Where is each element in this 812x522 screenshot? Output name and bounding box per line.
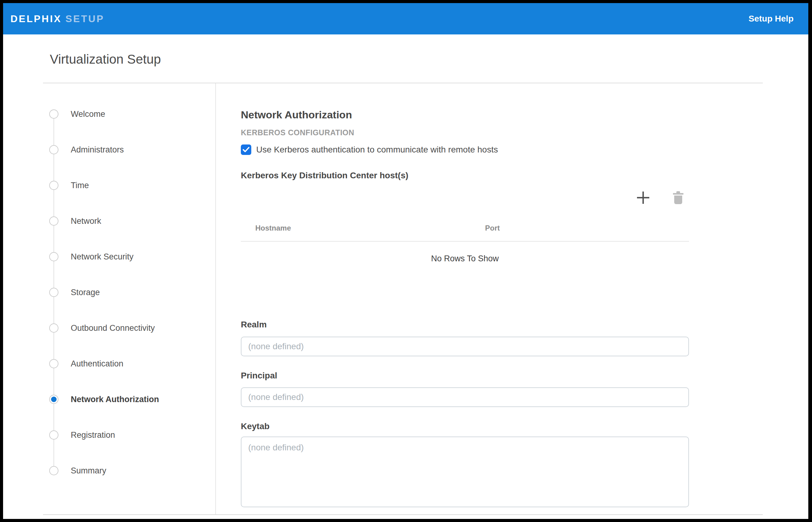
sidebar-item-label: Welcome — [71, 109, 105, 119]
top-bar: DELPHIXSETUP Setup Help — [3, 3, 808, 35]
sidebar-item-label: Network Security — [71, 252, 134, 262]
sidebar-item-label: Outbound Connectivity — [71, 323, 155, 333]
delete-kdc-host-button[interactable] — [673, 191, 684, 204]
step-circle-icon — [49, 216, 58, 226]
kdc-hosts-label: Kerberos Key Distribution Center host(s) — [241, 170, 689, 181]
step-circle-icon — [49, 430, 58, 440]
setup-help-link[interactable]: Setup Help — [749, 14, 794, 24]
step-circle-icon — [49, 145, 58, 154]
column-header-hostname: Hostname — [241, 224, 471, 233]
keytab-label: Keytab — [241, 421, 689, 431]
sidebar-item-label: Storage — [71, 288, 100, 297]
sidebar-item-time[interactable]: Time — [3, 167, 215, 203]
step-circle-active-icon — [49, 395, 58, 404]
step-circle-icon — [49, 181, 58, 190]
kdc-table-header: Hostname Port — [241, 205, 689, 242]
sidebar-item-outbound-connectivity[interactable]: Outbound Connectivity — [3, 310, 215, 346]
use-kerberos-checkbox-row: Use Kerberos authentication to communica… — [241, 144, 689, 155]
principal-label: Principal — [241, 370, 689, 381]
use-kerberos-checkbox[interactable] — [241, 144, 251, 155]
keytab-textarea[interactable] — [241, 437, 689, 507]
step-circle-icon — [49, 252, 58, 261]
sidebar-item-network-authorization[interactable]: Network Authorization — [3, 382, 215, 417]
wizard-sidebar: Welcome Administrators Time Network — [3, 83, 216, 514]
realm-input[interactable] — [241, 337, 689, 356]
step-circle-icon — [49, 466, 58, 475]
sidebar-item-label: Authentication — [71, 359, 123, 368]
wizard-steps: Welcome Administrators Time Network — [3, 83, 215, 488]
sidebar-item-authentication[interactable]: Authentication — [3, 346, 215, 382]
sidebar-item-label: Administrators — [71, 145, 124, 155]
principal-input[interactable] — [241, 387, 689, 407]
step-circle-icon — [49, 288, 58, 297]
setup-window: DELPHIXSETUP Setup Help Virtualization S… — [3, 3, 808, 519]
sidebar-item-label: Registration — [71, 430, 115, 440]
add-kdc-host-button[interactable] — [636, 190, 650, 205]
sidebar-item-label: Summary — [71, 466, 106, 476]
step-circle-icon — [49, 323, 58, 333]
kdc-grid-toolbar — [241, 190, 689, 205]
sidebar-item-network[interactable]: Network — [3, 203, 215, 239]
empty-table-message: No Rows To Show — [241, 255, 689, 263]
sidebar-item-label: Network Authorization — [71, 395, 159, 404]
step-circle-icon — [49, 109, 58, 119]
section-title: Network Authorization — [241, 108, 689, 121]
sidebar-item-network-security[interactable]: Network Security — [3, 239, 215, 275]
brand-secondary: SETUP — [65, 13, 104, 24]
sidebar-item-summary[interactable]: Summary — [3, 453, 215, 488]
plus-icon — [636, 190, 650, 205]
sidebar-item-registration[interactable]: Registration — [3, 417, 215, 453]
sidebar-item-label: Time — [71, 181, 89, 190]
column-header-port: Port — [471, 224, 689, 233]
delphix-setup-logo: DELPHIXSETUP — [11, 13, 104, 25]
sidebar-item-label: Network — [71, 216, 101, 226]
sidebar-item-welcome[interactable]: Welcome — [3, 96, 215, 132]
page-title: Virtualization Setup — [50, 52, 808, 67]
trash-icon — [673, 191, 684, 204]
screen-frame: DELPHIXSETUP Setup Help Virtualization S… — [0, 0, 812, 522]
realm-label: Realm — [241, 319, 689, 330]
step-circle-icon — [49, 359, 58, 368]
sidebar-item-storage[interactable]: Storage — [3, 275, 215, 310]
main-panel: Network Authorization KERBEROS CONFIGURA… — [216, 83, 808, 514]
kerberos-configuration-label: KERBEROS CONFIGURATION — [241, 128, 689, 137]
sidebar-item-administrators[interactable]: Administrators — [3, 132, 215, 167]
page-body: Welcome Administrators Time Network — [3, 83, 808, 514]
brand-primary: DELPHIX — [11, 13, 62, 24]
checkmark-icon — [243, 147, 250, 153]
use-kerberos-label: Use Kerberos authentication to communica… — [256, 145, 498, 155]
bottom-divider — [43, 514, 763, 515]
